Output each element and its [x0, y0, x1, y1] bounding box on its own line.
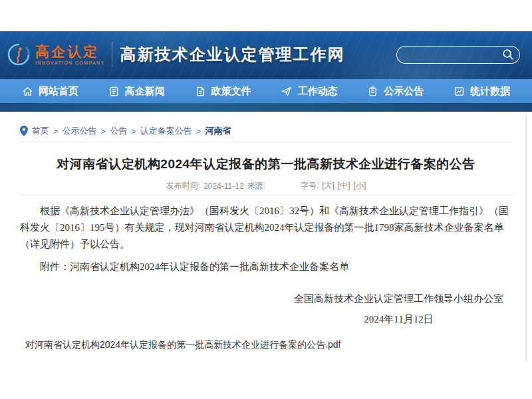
site-logo-icon — [7, 43, 31, 66]
nav-item-label: 公示公告 — [384, 85, 424, 98]
header-bottom-strip — [0, 103, 532, 112]
site-header: 高企认定 INNOVATION COMPANY 高新技术企业认定管理工作网 — [0, 31, 532, 79]
breadcrumb-item-henan[interactable]: 河南省 — [205, 125, 231, 137]
news-icon — [108, 86, 120, 97]
fontsize-large-button[interactable]: [大] — [322, 180, 334, 192]
send-icon — [281, 86, 292, 97]
breadcrumb-item-announcement[interactable]: 公告 — [110, 125, 127, 137]
search-icon[interactable] — [502, 49, 514, 61]
breadcrumb-item-filing-notices[interactable]: 认定备案公告 — [140, 125, 192, 137]
publish-time-label: 发布时间: — [166, 180, 200, 192]
home-icon — [22, 86, 33, 97]
search-input[interactable] — [405, 49, 502, 60]
article-meta: 发布时间: 2024-11-12 来源: 字号: [大] [中] [小] — [20, 180, 512, 192]
signature-date: 2024年11月12日 — [294, 313, 503, 325]
source-label: 来源: — [247, 180, 265, 192]
breadcrumb-item-home[interactable]: 首页 — [32, 125, 49, 137]
attachment-line: 附件：河南省认定机构2024年认定报备的第一批高新技术企业备案名单 — [20, 261, 512, 273]
nav-item-label: 网站首页 — [39, 85, 78, 98]
page-title: 对河南省认定机构2024年认定报备的第一批高新技术企业进行备案的公告 — [20, 156, 512, 173]
fontsize-small-button[interactable]: [小] — [354, 180, 366, 192]
signature-office: 全国高新技术企业认定管理工作领导小组办公室 — [294, 293, 503, 305]
publish-time-value: 2024-11-12 — [203, 182, 244, 191]
fontsize-medium-button[interactable]: [中] — [338, 180, 350, 192]
breadcrumb-separator: > — [101, 126, 106, 136]
fontsize-label: 字号: — [301, 180, 319, 192]
nav-item-label: 高企新闻 — [125, 85, 165, 98]
nav-item-label: 工作动态 — [297, 85, 337, 98]
main-nav: 网站首页 高企新闻 政策文件 工作动态 公示公告 统计数据 — [0, 79, 532, 103]
search-box[interactable] — [396, 46, 520, 64]
signature-block: 全国高新技术企业认定管理工作领导小组办公室 2024年11月12日 — [294, 293, 503, 325]
content-scrollbar[interactable] — [525, 114, 527, 362]
nav-item-statistics[interactable]: 统计数据 — [454, 85, 510, 98]
breadcrumb-separator: > — [131, 126, 136, 136]
breadcrumb-separator: > — [196, 126, 201, 136]
nav-item-label: 政策文件 — [211, 85, 251, 98]
policy-doc-icon — [195, 86, 206, 97]
logo-title: 高企认定 — [35, 45, 105, 59]
logo-subtitle: INNOVATION COMPANY — [35, 61, 105, 65]
bar-chart-icon — [454, 86, 465, 97]
logo-divider — [112, 42, 112, 67]
breadcrumb-separator: > — [53, 126, 59, 136]
meta-divider — [20, 195, 512, 196]
location-pin-icon — [20, 126, 28, 136]
nav-item-dynamics[interactable]: 工作动态 — [281, 85, 337, 98]
pdf-attachment-link[interactable]: 对河南省认定机构2024年认定报备的第一批高新技术企业进行备案的公告.pdf — [25, 339, 341, 351]
nav-item-policy[interactable]: 政策文件 — [195, 85, 251, 98]
nav-item-news[interactable]: 高企新闻 — [108, 85, 165, 98]
nav-item-announcements[interactable]: 公示公告 — [367, 85, 424, 98]
nav-item-label: 统计数据 — [470, 85, 510, 98]
breadcrumb-item-notices[interactable]: 公示公告 — [63, 125, 97, 137]
site-logo-text: 高企认定 INNOVATION COMPANY — [35, 45, 105, 65]
breadcrumb: 首页 > 公示公告 > 公告 > 认定备案公告 > 河南省 — [20, 125, 231, 137]
breadcrumb-divider — [20, 142, 512, 142]
nav-item-home[interactable]: 网站首页 — [22, 85, 78, 98]
article-paragraph: 根据《高新技术企业认定管理办法》（国科发火〔2016〕32号）和《高新技术企业认… — [20, 203, 511, 253]
clipboard-icon — [367, 86, 378, 97]
article-body: 根据《高新技术企业认定管理办法》（国科发火〔2016〕32号）和《高新技术企业认… — [20, 203, 511, 253]
site-title: 高新技术企业认定管理工作网 — [120, 44, 345, 65]
